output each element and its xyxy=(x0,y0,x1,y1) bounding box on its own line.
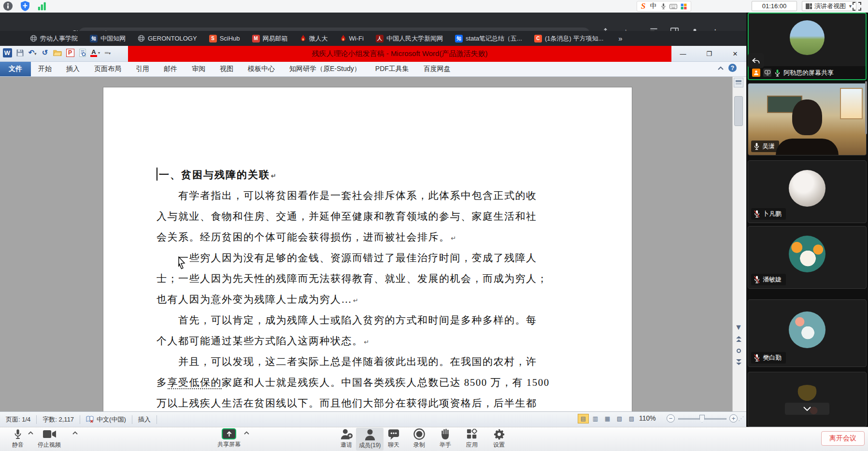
leave-meeting-button[interactable]: 离开会议 xyxy=(821,431,865,446)
ribbon-tab-6[interactable]: 审阅 xyxy=(185,62,213,76)
fullscreen-icon[interactable] xyxy=(852,1,862,11)
font-color-icon[interactable]: A▾ xyxy=(90,48,100,57)
back-arrow-button[interactable] xyxy=(748,53,764,68)
scrollbar-thumb[interactable] xyxy=(734,96,743,126)
toolbar-button-聊天[interactable]: 聊天 xyxy=(383,428,405,449)
ribbon-tab-4[interactable]: 引用 xyxy=(128,62,157,76)
document-page[interactable]: 一、贫困与残障的关联↵有学者指出，可以将贫困看作是一套社会排斥体系，此体系中包含… xyxy=(103,87,632,411)
print-layout-view-icon[interactable]: ▤ xyxy=(578,414,589,423)
zoom-level[interactable]: 110% xyxy=(639,414,656,422)
ribbon-tab-3[interactable]: 页面布局 xyxy=(87,62,128,76)
bookmark-item-2[interactable]: GERONTOLOGY xyxy=(138,35,197,42)
qat-customize-icon[interactable]: ═▾ xyxy=(103,48,113,57)
bookmark-item-6[interactable]: Wi-Fi xyxy=(340,35,364,42)
participant-tile-0[interactable]: 阿勒思的屏幕共享 xyxy=(748,13,867,80)
ime-keyboard-icon[interactable] xyxy=(669,3,677,10)
sogou-logo-icon[interactable]: S xyxy=(641,1,645,11)
word-logo-icon[interactable]: W xyxy=(2,48,12,57)
ribbon-tab-11[interactable]: 百度网盘 xyxy=(416,62,458,76)
toolbar-button-停止视频[interactable]: 停止视频 xyxy=(38,428,61,449)
zoom-in-button[interactable]: + xyxy=(729,414,738,423)
draft-view-icon[interactable]: ▨ xyxy=(626,414,637,423)
view-mode-button[interactable]: 演讲者视图 ▼ xyxy=(802,1,856,11)
bookmark-item-5[interactable]: 微人大 xyxy=(300,34,328,43)
collapse-ribbon-icon[interactable] xyxy=(718,66,724,70)
participant-name: 樊白勤 xyxy=(751,352,786,364)
proofing-status[interactable]: 中文(中国) xyxy=(80,415,132,424)
help-icon[interactable]: ? xyxy=(728,64,737,72)
print-preview-icon[interactable] xyxy=(78,48,87,57)
shield-icon[interactable] xyxy=(20,1,30,11)
scroll-down-icon[interactable]: ▼ xyxy=(733,322,744,333)
outline-view-icon[interactable]: ▧ xyxy=(614,414,625,423)
doc-line: 并且，可以发现，这二者实际上总是伴随着彼此出现的。在我国的农村，许 xyxy=(157,352,536,372)
web-layout-view-icon[interactable]: ▦ xyxy=(602,414,613,423)
browser-toolbar: ← → 不安全 | scjc.gov.cn/scjc/zhyw01/2022/1… xyxy=(0,13,746,31)
scroll-more-participants-button[interactable] xyxy=(785,403,829,415)
participant-name: 潘敏婕 xyxy=(751,274,786,285)
bookmark-item-4[interactable]: M网易邮箱 xyxy=(252,34,288,43)
toolbar-button-邀请[interactable]: 邀请 xyxy=(335,428,357,449)
ime-mode-toggle[interactable]: 中 xyxy=(650,2,656,11)
participant-tile-3[interactable]: 潘敏婕 xyxy=(748,226,867,289)
toolbar-button-设置[interactable]: 设置 xyxy=(488,428,510,449)
ime-mic-icon[interactable] xyxy=(661,3,666,10)
close-icon[interactable]: ✕ xyxy=(725,47,745,60)
bookmark-item-8[interactable]: 知stata笔记总结（五... xyxy=(455,34,522,43)
toolbar-button-录制[interactable]: 录制 xyxy=(408,428,430,449)
previous-page-icon[interactable] xyxy=(733,334,744,344)
participant-tile-4[interactable]: 樊白勤 xyxy=(748,299,867,367)
undo-icon[interactable]: ↶▾ xyxy=(28,48,37,57)
save-icon[interactable] xyxy=(15,48,25,57)
ribbon-tab-2[interactable]: 插入 xyxy=(59,62,87,76)
ime-toolbox-icon[interactable] xyxy=(681,3,687,10)
expand-caret-icon[interactable] xyxy=(72,431,78,435)
signal-icon[interactable] xyxy=(37,1,47,11)
toolbar-button-共享屏幕[interactable]: 共享屏幕 xyxy=(217,428,241,449)
spellcheck-error-icon xyxy=(86,416,94,423)
next-page-icon[interactable] xyxy=(733,357,744,367)
doc-line: 多享受低保的家庭和人士就是残疾人。中国各类残疾人总数已达 8500 万，有 15… xyxy=(157,372,536,393)
participant-tile-5[interactable] xyxy=(748,372,867,427)
expand-caret-icon[interactable] xyxy=(28,431,33,435)
bookmark-favicon: M xyxy=(252,35,260,42)
bookmark-favicon: S xyxy=(209,35,217,42)
ribbon-tab-5[interactable]: 邮件 xyxy=(157,62,185,76)
fullscreen-reading-view-icon[interactable]: ▥ xyxy=(590,414,601,423)
toolbar-button-成员(19)[interactable]: 成员(19) xyxy=(356,428,384,451)
bookmark-item-3[interactable]: SSciHub xyxy=(209,35,240,42)
maximize-icon[interactable]: ❐ xyxy=(699,47,719,60)
camera-icon xyxy=(43,428,56,440)
bookmark-item-9[interactable]: C(1条消息) 平方项知... xyxy=(534,34,603,43)
ribbon-tab-1[interactable]: 开始 xyxy=(31,62,59,76)
word-count[interactable]: 字数: 2,117 xyxy=(37,415,80,424)
insert-mode[interactable]: 插入 xyxy=(132,415,157,424)
ribbon-tab-0[interactable]: 文件 xyxy=(0,62,31,76)
bookmark-item-0[interactable]: 劳动人事学院 xyxy=(30,34,78,43)
ribbon-tab-9[interactable]: 知网研学（原E-Study） xyxy=(282,62,368,76)
info-icon[interactable] xyxy=(3,1,13,11)
toolbar-button-举手[interactable]: 举手 xyxy=(434,428,456,449)
bookmark-item-1[interactable]: 知中国知网 xyxy=(90,34,126,43)
bookmark-item-7[interactable]: 人中国人民大学新闻网 xyxy=(376,34,443,43)
toolbar-button-静音[interactable]: 静音 xyxy=(7,428,29,449)
ribbon-tab-8[interactable]: 模板中心 xyxy=(241,62,282,76)
vertical-scrollbar[interactable]: ▼ xyxy=(732,77,744,411)
pdf-p-icon[interactable]: P xyxy=(65,48,75,57)
redo-icon[interactable]: ↺ xyxy=(40,48,50,57)
select-browse-object-icon[interactable] xyxy=(733,345,744,356)
ribbon-tab-7[interactable]: 视图 xyxy=(213,62,241,76)
sidebar-scrollbar[interactable] xyxy=(865,81,867,134)
ruler-toggle-icon[interactable] xyxy=(734,78,743,87)
bookmark-label: 微人大 xyxy=(309,34,328,43)
page-indicator[interactable]: 页面: 1/4 xyxy=(0,415,37,424)
open-icon[interactable] xyxy=(53,48,62,57)
participant-tile-2[interactable]: 卜凡鹏 xyxy=(748,160,867,223)
bookmarks-overflow-icon[interactable]: » xyxy=(618,34,622,42)
zoom-out-button[interactable]: − xyxy=(667,414,675,423)
expand-caret-icon[interactable] xyxy=(244,431,249,435)
ribbon-tab-10[interactable]: PDF工具集 xyxy=(368,62,416,76)
toolbar-button-应用[interactable]: 应用 xyxy=(461,428,483,449)
participant-tile-1[interactable]: 吴潇 xyxy=(748,83,867,155)
minimize-icon[interactable]: — xyxy=(673,47,693,60)
